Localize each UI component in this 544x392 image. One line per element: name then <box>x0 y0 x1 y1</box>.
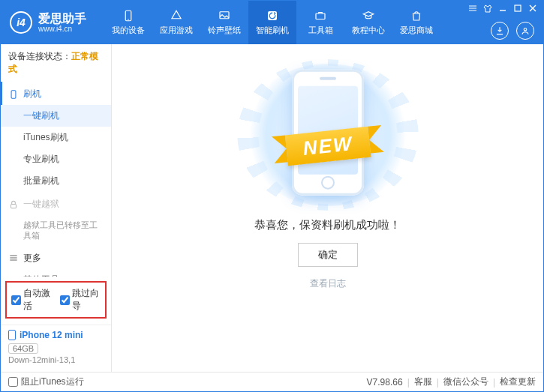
phone-icon <box>122 9 135 22</box>
device-info: iPhone 12 mini 64GB Down-12mini-13,1 <box>1 325 111 372</box>
brand-url: www.i4.cn <box>38 25 86 33</box>
sidebar: 设备连接状态：正常模式 刷机 一键刷机 iTunes刷机 专业刷机 批量刷机 一… <box>1 44 112 372</box>
minimize-button[interactable] <box>498 4 507 13</box>
side-other-tools[interactable]: 其他工具 <box>1 269 111 277</box>
graduation-icon <box>362 9 375 22</box>
version-label: V7.98.66 <box>367 377 403 388</box>
check-update-link[interactable]: 检查更新 <box>500 376 536 388</box>
sidegroup-flash[interactable]: 刷机 <box>1 82 111 105</box>
apps-icon <box>170 9 183 22</box>
device-sub: Down-12mini-13,1 <box>8 355 104 364</box>
statusbar: 阻止iTunes运行 V7.98.66 | 客服 | 微信公众号 | 检查更新 <box>1 372 543 391</box>
svg-rect-4 <box>316 13 325 19</box>
nav-my-device[interactable]: 我的设备 <box>104 1 152 44</box>
check-auto-activate[interactable]: 自动激活 <box>11 287 53 313</box>
bag-icon <box>410 9 423 22</box>
user-button[interactable] <box>516 22 534 40</box>
svg-rect-7 <box>11 90 16 98</box>
main-panel: NEW 恭喜您，保资料刷机成功啦！ 确定 查看日志 <box>112 44 543 372</box>
svg-rect-8 <box>11 204 17 208</box>
menu-icon[interactable] <box>468 4 477 13</box>
nav-mall[interactable]: 爱思商城 <box>392 1 440 44</box>
window-controls <box>468 4 537 13</box>
brand: i4 爱思助手 www.i4.cn <box>10 11 86 34</box>
nav-apps[interactable]: 应用游戏 <box>152 1 200 44</box>
side-pro-flash[interactable]: 专业刷机 <box>1 148 111 170</box>
view-log-link[interactable]: 查看日志 <box>310 277 346 290</box>
phone-small-icon <box>8 89 19 100</box>
svg-rect-5 <box>515 5 521 11</box>
nav-flash[interactable]: 智能刷机 <box>248 1 296 44</box>
titlebar: i4 爱思助手 www.i4.cn 我的设备 应用游戏 铃声壁纸 智能刷机 <box>1 1 543 44</box>
side-oneclick-flash[interactable]: 一键刷机 <box>1 105 111 127</box>
device-storage: 64GB <box>8 343 38 354</box>
success-illustration: NEW <box>242 64 414 206</box>
main-nav: 我的设备 应用游戏 铃声壁纸 智能刷机 工具箱 教程中心 <box>104 1 440 44</box>
lock-icon <box>8 199 19 210</box>
brand-logo-icon: i4 <box>10 11 32 34</box>
more-icon <box>8 253 19 263</box>
check-skip-guide[interactable]: 跳过向导 <box>60 287 101 313</box>
sidegroup-more[interactable]: 更多 <box>1 246 111 269</box>
maximize-button[interactable] <box>513 4 522 13</box>
nav-ringtone[interactable]: 铃声壁纸 <box>200 1 248 44</box>
skin-icon[interactable] <box>483 4 492 13</box>
toolbox-icon <box>314 9 327 22</box>
sidegroup-jailbreak[interactable]: 一键越狱 <box>1 192 111 215</box>
device-phone-icon <box>8 330 16 340</box>
option-checkboxes: 自动激活 跳过向导 <box>5 281 107 319</box>
download-button[interactable] <box>491 22 509 40</box>
side-batch-flash[interactable]: 批量刷机 <box>1 170 111 192</box>
nav-tutorial[interactable]: 教程中心 <box>344 1 392 44</box>
wechat-link[interactable]: 微信公众号 <box>443 376 488 388</box>
success-message: 恭喜您，保资料刷机成功啦！ <box>254 218 401 232</box>
nav-toolbox[interactable]: 工具箱 <box>296 1 344 44</box>
close-button[interactable] <box>528 4 537 13</box>
svg-point-6 <box>524 28 527 31</box>
device-name[interactable]: iPhone 12 mini <box>8 330 104 340</box>
refresh-icon <box>266 9 279 22</box>
connection-status: 设备连接状态：正常模式 <box>1 44 111 82</box>
ok-button[interactable]: 确定 <box>298 243 358 267</box>
side-jailbreak-note: 越狱工具已转移至工具箱 <box>1 215 111 246</box>
block-itunes-check[interactable]: 阻止iTunes运行 <box>8 376 84 388</box>
service-link[interactable]: 客服 <box>414 376 432 388</box>
brand-name: 爱思助手 <box>38 12 86 25</box>
svg-point-1 <box>128 19 129 20</box>
side-itunes-flash[interactable]: iTunes刷机 <box>1 127 111 148</box>
wallpaper-icon <box>218 9 231 22</box>
